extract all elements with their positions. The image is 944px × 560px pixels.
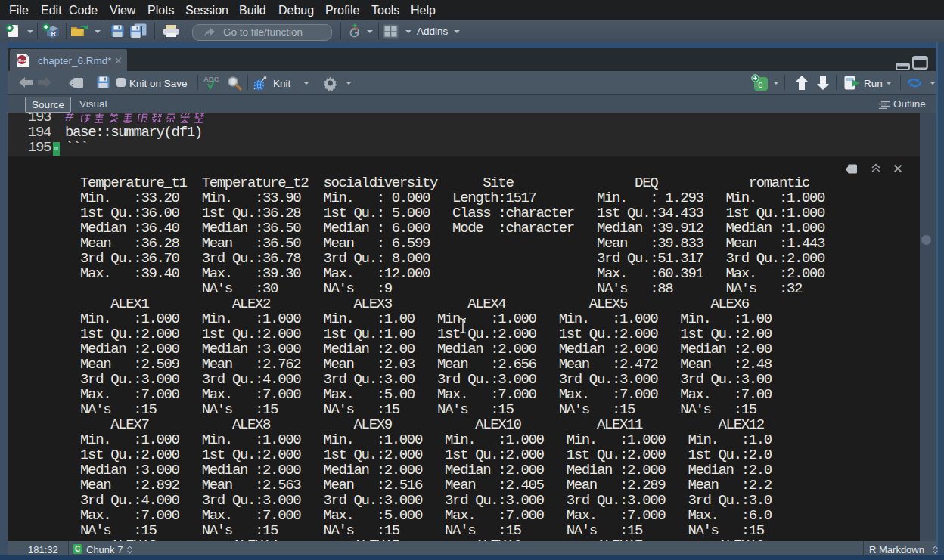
svg-text:R: R	[51, 30, 57, 38]
svg-text:Rmd: Rmd	[18, 58, 27, 63]
svg-text:ABC: ABC	[203, 75, 219, 83]
svg-text:C: C	[758, 81, 763, 90]
